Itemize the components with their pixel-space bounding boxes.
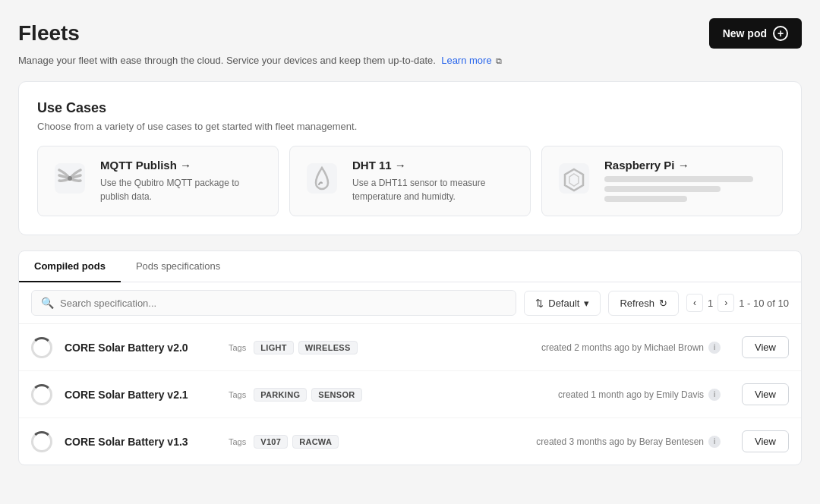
external-link-icon: ⧉ bbox=[496, 56, 502, 65]
plus-circle-icon: + bbox=[773, 26, 788, 41]
use-case-rpi-desc-placeholder bbox=[604, 176, 770, 202]
pod-tags: Tags V107 RACWA bbox=[229, 435, 339, 449]
use-case-mqtt-icon bbox=[50, 159, 90, 198]
placeholder-line-2 bbox=[604, 186, 721, 192]
view-button[interactable]: View bbox=[742, 336, 789, 358]
pod-name: CORE Solar Battery v1.3 bbox=[65, 436, 216, 448]
new-pod-button[interactable]: New pod + bbox=[709, 18, 802, 49]
tag-item: LIGHT bbox=[254, 341, 294, 354]
page-range: 1 - 10 of 10 bbox=[739, 298, 789, 309]
use-case-rpi-content: Raspberry Pi → bbox=[604, 159, 770, 202]
search-box: 🔍 bbox=[31, 290, 516, 316]
tag-item: RACWA bbox=[292, 435, 339, 449]
use-case-mqtt-desc: Use the Qubitro MQTT package to publish … bbox=[100, 176, 266, 203]
refresh-button[interactable]: Refresh ↻ bbox=[608, 291, 679, 316]
use-case-mqtt[interactable]: MQTT Publish → Use the Qubitro MQTT pack… bbox=[37, 146, 279, 216]
use-case-dht[interactable]: DHT 11 → Use a DHT11 sensor to measure t… bbox=[289, 146, 531, 216]
pod-spinner bbox=[31, 337, 52, 358]
learn-more-link[interactable]: Learn more bbox=[441, 55, 491, 66]
chevron-down-icon: ▾ bbox=[584, 298, 589, 309]
use-case-mqtt-content: MQTT Publish → Use the Qubitro MQTT pack… bbox=[100, 159, 266, 203]
view-button[interactable]: View bbox=[742, 430, 789, 452]
use-case-rpi-name: Raspberry Pi → bbox=[604, 159, 770, 172]
refresh-icon: ↻ bbox=[659, 298, 667, 309]
pod-tags: Tags PARKING SENSOR bbox=[229, 388, 362, 402]
filter-button[interactable]: ⇅ Default ▾ bbox=[524, 291, 601, 316]
page-subtitle: Manage your fleet with ease through the … bbox=[18, 55, 802, 66]
new-pod-label: New pod bbox=[723, 27, 767, 39]
use-case-dht-name: DHT 11 → bbox=[352, 159, 518, 172]
info-icon[interactable]: i bbox=[708, 389, 721, 401]
table-row: CORE Solar Battery v2.1 Tags PARKING SEN… bbox=[19, 371, 801, 418]
current-page: 1 bbox=[708, 298, 713, 309]
use-case-dht-content: DHT 11 → Use a DHT11 sensor to measure t… bbox=[352, 159, 518, 203]
tag-item: PARKING bbox=[254, 388, 307, 402]
tags-label: Tags bbox=[229, 343, 246, 352]
use-case-dht-icon bbox=[302, 159, 342, 198]
search-icon: 🔍 bbox=[41, 297, 54, 309]
pod-meta: created 2 months ago by Michael Brown i bbox=[541, 342, 721, 354]
svg-rect-3 bbox=[559, 163, 589, 194]
use-case-rpi[interactable]: Raspberry Pi → bbox=[541, 146, 783, 216]
next-page-button[interactable]: › bbox=[718, 294, 734, 312]
pod-tags: Tags LIGHT WIRELESS bbox=[229, 341, 358, 354]
use-cases-title: Use Cases bbox=[37, 100, 783, 116]
page-header: Fleets New pod + bbox=[18, 18, 802, 49]
prev-page-button[interactable]: ‹ bbox=[686, 294, 703, 312]
tag-item: WIRELESS bbox=[298, 341, 358, 354]
pod-name: CORE Solar Battery v2.0 bbox=[65, 342, 216, 354]
refresh-label: Refresh bbox=[620, 298, 654, 309]
toolbar: 🔍 ⇅ Default ▾ Refresh ↻ ‹ 1 › 1 - 10 of … bbox=[19, 282, 801, 324]
tag-item: V107 bbox=[254, 435, 288, 449]
use-case-mqtt-name: MQTT Publish → bbox=[100, 159, 266, 172]
tag-item: SENSOR bbox=[311, 388, 361, 402]
page: Fleets New pod + Manage your fleet with … bbox=[0, 0, 820, 504]
info-icon[interactable]: i bbox=[708, 436, 721, 448]
page-title: Fleets bbox=[18, 21, 80, 46]
pod-list: CORE Solar Battery v2.0 Tags LIGHT WIREL… bbox=[19, 324, 801, 465]
tab-pods-specs[interactable]: Pods specifications bbox=[121, 251, 235, 282]
search-input[interactable] bbox=[60, 298, 506, 309]
view-button[interactable]: View bbox=[742, 383, 789, 405]
tab-header: Compiled pods Pods specifications bbox=[19, 251, 801, 282]
pagination: ‹ 1 › 1 - 10 of 10 bbox=[686, 294, 789, 312]
tags-label: Tags bbox=[229, 390, 246, 399]
tabs-and-content: Compiled pods Pods specifications 🔍 ⇅ De… bbox=[18, 250, 802, 465]
pod-spinner bbox=[31, 384, 52, 405]
tags-label: Tags bbox=[229, 437, 246, 446]
use-case-dht-desc: Use a DHT11 sensor to measure temperatur… bbox=[352, 176, 518, 203]
placeholder-line-3 bbox=[604, 196, 687, 202]
pod-name: CORE Solar Battery v2.1 bbox=[65, 389, 216, 401]
placeholder-line-1 bbox=[604, 176, 753, 182]
pod-spinner bbox=[31, 431, 52, 452]
pod-meta: created 3 months ago by Beray Bentesen i bbox=[536, 436, 721, 448]
filter-label: Default bbox=[548, 298, 579, 309]
use-cases-grid: MQTT Publish → Use the Qubitro MQTT pack… bbox=[37, 146, 783, 216]
filter-icon: ⇅ bbox=[535, 298, 544, 309]
info-icon[interactable]: i bbox=[708, 342, 721, 354]
pod-meta: created 1 month ago by Emily Davis i bbox=[558, 389, 721, 401]
tab-compiled-pods[interactable]: Compiled pods bbox=[19, 251, 121, 282]
svg-point-1 bbox=[68, 176, 72, 181]
use-cases-subtitle: Choose from a variety of use cases to ge… bbox=[37, 121, 783, 132]
use-case-rpi-icon bbox=[554, 159, 594, 198]
table-row: CORE Solar Battery v2.0 Tags LIGHT WIREL… bbox=[19, 324, 801, 371]
table-row: CORE Solar Battery v1.3 Tags V107 RACWA … bbox=[19, 418, 801, 465]
use-cases-card: Use Cases Choose from a variety of use c… bbox=[18, 81, 802, 235]
